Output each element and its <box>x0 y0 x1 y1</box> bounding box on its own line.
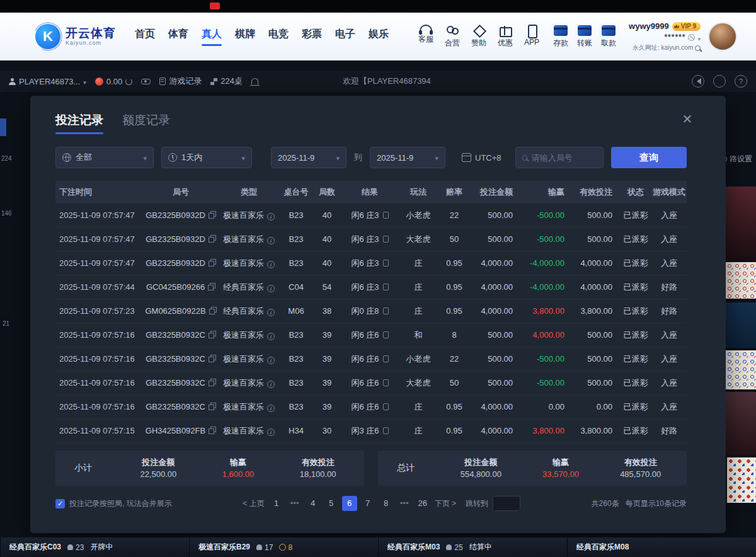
eye-icon[interactable] <box>141 79 151 84</box>
menu-item[interactable]: 电竞 <box>268 28 289 46</box>
hide-balance-icon[interactable] <box>688 34 695 41</box>
menu-item[interactable]: 棋牌 <box>235 28 255 46</box>
menu-item[interactable]: 娱乐 <box>369 28 389 46</box>
transfer-button[interactable]: 转账 <box>577 25 592 49</box>
user-avatar[interactable] <box>708 22 737 51</box>
menu-item[interactable]: 电子 <box>335 28 355 46</box>
next-page-button[interactable]: 下页 > <box>435 498 456 509</box>
page-button[interactable]: 8 <box>379 496 394 511</box>
date-from-picker[interactable]: 2025-11-9 <box>271 147 346 168</box>
copy-icon[interactable] <box>209 259 216 267</box>
jump-page-input[interactable] <box>493 496 520 511</box>
search-icon[interactable] <box>695 45 701 51</box>
menu-item[interactable]: 真人 <box>202 28 222 46</box>
cards-icon[interactable] <box>383 355 389 362</box>
page-button[interactable]: 1 <box>269 496 284 511</box>
user-panel[interactable]: wywy9999 VIP 9 ****** 永久网址: kaiyun.com <box>629 21 701 52</box>
cards-icon[interactable] <box>383 403 389 410</box>
copy-icon[interactable] <box>209 307 217 314</box>
page-button[interactable]: 7 <box>360 496 375 511</box>
page-button[interactable]: ••• <box>287 496 302 511</box>
cards-icon[interactable] <box>383 427 389 434</box>
copy-icon[interactable] <box>209 355 216 362</box>
copy-icon[interactable] <box>209 211 216 219</box>
live-table-tile[interactable]: 经典百家乐M03 25 结算中 <box>378 537 567 557</box>
time-range-select[interactable]: 1天内 <box>161 147 252 168</box>
info-icon[interactable] <box>267 357 275 364</box>
table-count[interactable]: 224桌 <box>210 76 243 87</box>
menu-item[interactable]: 首页 <box>135 28 155 46</box>
table-row[interactable]: 2025-11-09 07:57:47 GB2325B0932D 极速百家乐 B… <box>55 251 687 275</box>
table-row[interactable]: 2025-11-09 07:57:16 GB2325B0932C 极速百家乐 B… <box>55 347 687 371</box>
timezone-selector[interactable]: UTC+8 <box>462 153 501 163</box>
live-table-tile[interactable]: 经典百家乐M08 <box>567 537 756 557</box>
round-search-box[interactable] <box>515 147 604 168</box>
info-icon[interactable] <box>267 261 275 268</box>
modal-tab[interactable]: 额度记录 <box>122 112 170 134</box>
cards-icon[interactable] <box>383 236 389 243</box>
page-button[interactable]: 6 <box>342 496 357 511</box>
bell-icon[interactable] <box>251 78 258 84</box>
game-type-select[interactable]: 全部 <box>55 147 154 168</box>
merge-checkbox[interactable] <box>55 499 65 508</box>
table-row[interactable]: 2025-11-09 07:57:16 GB2325B0932C 极速百家乐 B… <box>55 323 687 347</box>
copy-icon[interactable] <box>209 379 216 386</box>
info-icon[interactable] <box>267 285 275 292</box>
cards-icon[interactable] <box>383 212 389 219</box>
info-icon[interactable] <box>267 309 275 316</box>
cards-icon[interactable] <box>383 260 389 267</box>
withdraw-button[interactable]: 取款 <box>601 25 616 49</box>
site-logo[interactable]: K 开云体育 Kaiyun.com <box>35 24 116 49</box>
live-table-tile[interactable]: 极速百家乐B29 17 8 <box>189 537 378 557</box>
table-row[interactable]: 2025-11-09 07:57:16 GB2325B0932C 极速百家乐 B… <box>55 395 687 419</box>
info-icon[interactable] <box>267 428 275 436</box>
cards-icon[interactable] <box>383 307 389 314</box>
copy-icon[interactable] <box>209 427 216 434</box>
info-icon[interactable] <box>267 405 275 412</box>
refresh-icon[interactable] <box>125 78 132 85</box>
table-row[interactable]: 2025-11-09 07:57:16 GB2325B0932C 极速百家乐 B… <box>55 371 687 395</box>
menu-item[interactable]: 彩票 <box>302 28 322 46</box>
query-button[interactable]: 查询 <box>611 147 687 168</box>
cards-icon[interactable] <box>383 331 389 338</box>
info-icon[interactable] <box>267 333 275 340</box>
page-button[interactable]: 4 <box>306 496 321 511</box>
announcement-button[interactable] <box>692 75 704 88</box>
gift-button[interactable] <box>713 75 726 88</box>
info-icon[interactable] <box>267 381 275 388</box>
balance-display[interactable]: 0.00 <box>95 77 132 86</box>
game-record-button[interactable]: 游戏记录 <box>159 76 202 87</box>
info-icon[interactable] <box>267 213 275 221</box>
page-button[interactable]: 5 <box>324 496 339 511</box>
cards-icon[interactable] <box>383 379 389 386</box>
table-row[interactable]: 2025-11-09 07:57:15 GH3425B092FB 极速百家乐 H… <box>55 419 687 443</box>
service-sponsor[interactable]: 赞助 <box>471 25 486 49</box>
page-button[interactable]: ••• <box>397 496 412 511</box>
copy-icon[interactable] <box>209 403 216 410</box>
date-to-picker[interactable]: 2025-11-9 <box>370 147 445 168</box>
table-row[interactable]: 2025-11-09 07:57:47 GB2325B0932D 极速百家乐 B… <box>55 227 687 251</box>
help-button[interactable]: ? <box>735 75 747 88</box>
chevron-down-icon[interactable] <box>697 32 701 44</box>
copy-icon[interactable] <box>209 235 216 243</box>
modal-tab[interactable]: 投注记录 <box>55 112 103 134</box>
menu-item[interactable]: 体育 <box>168 28 188 46</box>
service-support[interactable]: 客服 <box>418 25 433 49</box>
cards-icon[interactable] <box>383 284 389 290</box>
copy-icon[interactable] <box>208 283 215 290</box>
player-dropdown[interactable]: PLAYER46873... <box>9 77 86 86</box>
table-row[interactable]: 2025-11-09 07:57:44 GC0425B09266 经典百家乐 C… <box>55 275 687 299</box>
live-table-tile[interactable]: 经典百家乐C03 23 开牌中 <box>0 537 189 557</box>
table-row[interactable]: 2025-11-09 07:57:47 GB2325B0932D 极速百家乐 B… <box>55 204 687 227</box>
info-icon[interactable] <box>267 237 275 244</box>
prev-page-button[interactable]: < 上页 <box>243 498 264 509</box>
service-partner[interactable]: 合营 <box>445 25 460 49</box>
copy-icon[interactable] <box>209 331 216 338</box>
service-promo[interactable]: 优惠 <box>498 25 513 49</box>
table-row[interactable]: 2025-11-09 07:57:23 GM0625B0922B 经典百家乐 M… <box>55 299 687 323</box>
close-icon[interactable] <box>679 111 696 127</box>
round-search-input[interactable] <box>532 153 597 163</box>
service-app[interactable]: APP <box>524 25 539 49</box>
deposit-button[interactable]: 存款 <box>553 25 568 49</box>
page-button[interactable]: 26 <box>415 496 430 511</box>
